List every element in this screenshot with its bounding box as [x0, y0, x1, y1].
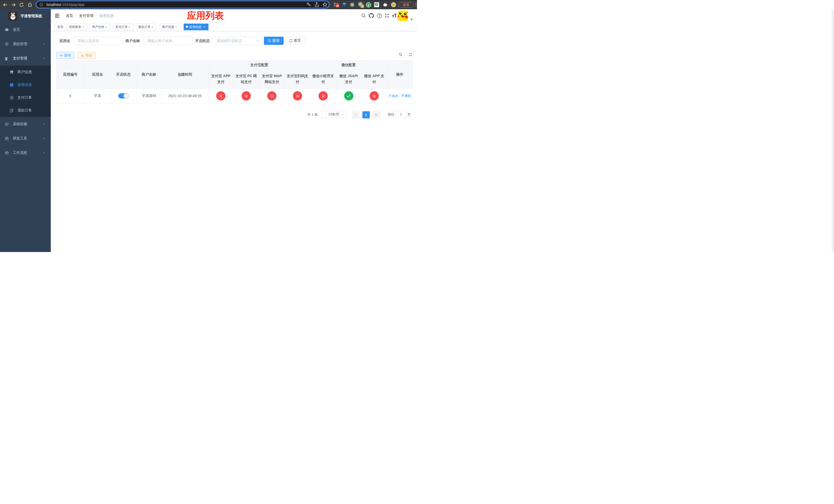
svg-text:⌘: ⌘	[351, 4, 353, 6]
svg-text:1: 1	[361, 5, 363, 7]
svg-text:y: y	[368, 3, 370, 6]
svg-text:10: 10	[336, 4, 339, 7]
